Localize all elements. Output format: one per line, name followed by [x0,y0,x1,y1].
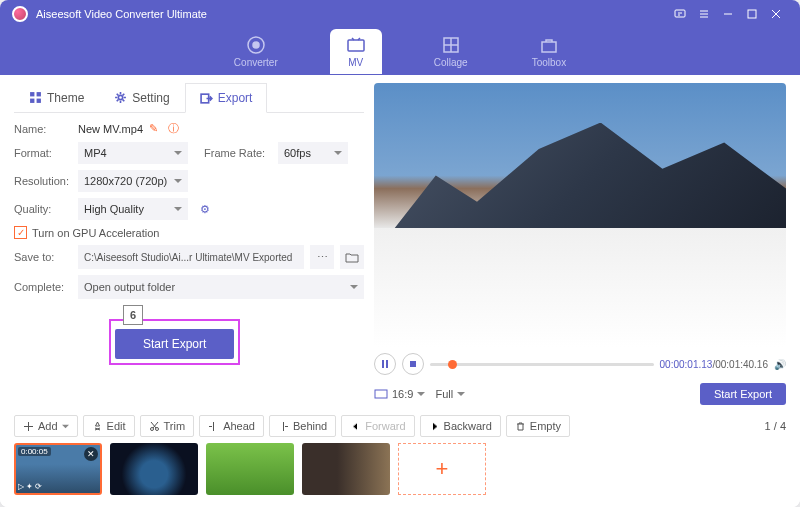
svg-rect-16 [375,390,387,398]
thumbnail-3[interactable] [206,443,294,495]
complete-select[interactable]: Open output folder [78,275,364,299]
seek-slider[interactable] [430,363,654,366]
svg-rect-15 [410,361,416,367]
callout-number: 6 [123,305,143,325]
main-tabs: Converter MV Collage Toolbox [0,28,800,75]
start-export-button-2[interactable]: Start Export [700,383,786,405]
subtab-setting[interactable]: Setting [99,83,184,112]
format-label: Format: [14,147,72,159]
more-path-button[interactable]: ⋯ [310,245,334,269]
stop-button[interactable] [402,353,424,375]
svg-rect-1 [748,10,756,18]
format-select[interactable]: MP4 [78,142,188,164]
saveto-label: Save to: [14,251,72,263]
volume-icon[interactable]: 🔊 [774,359,786,370]
full-button[interactable]: Full [435,388,465,400]
edit-name-icon[interactable]: ✎ [149,122,158,135]
preview-image [374,83,786,347]
app-logo [12,6,28,22]
framerate-select[interactable]: 60fps [278,142,348,164]
saveto-path: C:\Aiseesoft Studio\Ai...r Ultimate\MV E… [78,245,304,269]
aspect-ratio-button[interactable]: 16:9 [374,387,425,401]
svg-rect-14 [386,360,388,368]
svg-rect-4 [348,40,364,51]
tab-mv[interactable]: MV [330,29,382,74]
svg-point-3 [253,42,259,48]
empty-button[interactable]: Empty [506,415,570,437]
thumb-close-icon[interactable]: ✕ [84,447,98,461]
thumbnail-1[interactable]: 0:00:05 ✕ ▷ ✦ ⟳ [14,443,102,495]
sub-tabs: Theme Setting Export [14,83,364,113]
edit-button[interactable]: Edit [83,415,135,437]
pause-button[interactable] [374,353,396,375]
browse-folder-icon[interactable] [340,245,364,269]
subtab-export[interactable]: Export [185,83,268,113]
subtab-theme[interactable]: Theme [14,83,99,112]
gpu-checkbox[interactable]: ✓ Turn on GPU Acceleration [14,226,364,239]
svg-point-11 [119,95,123,99]
app-title: Aiseesoft Video Converter Ultimate [36,8,207,20]
quality-settings-icon[interactable]: ⚙ [200,203,210,216]
name-label: Name: [14,123,72,135]
checkbox-icon: ✓ [14,226,27,239]
svg-rect-6 [542,42,556,52]
svg-rect-9 [30,99,34,103]
thumbnail-4[interactable] [302,443,390,495]
time-display: 00:00:01.13/00:01:40.16 [660,359,768,370]
quality-select[interactable]: High Quality [78,198,188,220]
titlebar: Aiseesoft Video Converter Ultimate [0,0,800,28]
pager: 1 / 4 [765,420,786,432]
tab-converter[interactable]: Converter [222,31,290,72]
info-icon[interactable]: ⓘ [168,121,179,136]
add-thumbnail-button[interactable]: + [398,443,486,495]
svg-rect-8 [37,92,41,96]
forward-button[interactable]: Forward [341,415,414,437]
svg-rect-10 [37,99,41,103]
thumb-duration: 0:00:05 [18,447,51,456]
svg-rect-7 [30,92,34,96]
name-value: New MV.mp4 [78,123,143,135]
quality-label: Quality: [14,203,72,215]
thumbnail-2[interactable] [110,443,198,495]
menu-icon[interactable] [692,2,716,26]
thumb-action-icons[interactable]: ▷ ✦ ⟳ [18,482,42,491]
tab-collage[interactable]: Collage [422,31,480,72]
trim-button[interactable]: Trim [140,415,195,437]
complete-label: Complete: [14,281,72,293]
maximize-icon[interactable] [740,2,764,26]
feedback-icon[interactable] [668,2,692,26]
behind-button[interactable]: Behind [269,415,336,437]
framerate-label: Frame Rate: [204,147,272,159]
close-icon[interactable] [764,2,788,26]
svg-rect-13 [382,360,384,368]
add-button[interactable]: Add [14,415,78,437]
start-export-button[interactable]: Start Export [115,329,234,359]
tab-toolbox[interactable]: Toolbox [520,31,578,72]
ahead-button[interactable]: Ahead [199,415,264,437]
resolution-label: Resolution: [14,175,72,187]
resolution-select[interactable]: 1280x720 (720p) [78,170,188,192]
minimize-icon[interactable] [716,2,740,26]
backward-button[interactable]: Backward [420,415,501,437]
